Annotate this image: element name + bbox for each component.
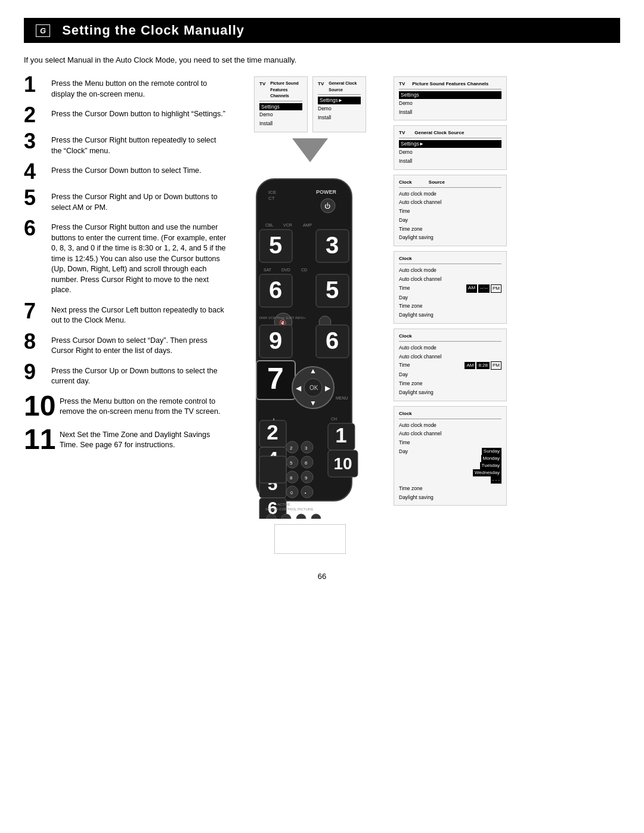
step-8: 8 Press Cursor Down to select “Day”. The… bbox=[24, 333, 227, 357]
step-6-num: 6 bbox=[24, 218, 47, 239]
screen-1-item-demo: Demo bbox=[259, 110, 302, 119]
svg-text:ACTIVE: ACTIVE bbox=[277, 503, 290, 506]
screen-7-time: Time AM 8:28 PM bbox=[399, 361, 501, 370]
step-3-num: 3 bbox=[24, 131, 47, 152]
step-3: 3 Press the Cursor Right button repeated… bbox=[24, 133, 227, 156]
svg-text:▼: ▼ bbox=[309, 399, 317, 407]
screen-6-daylight: Daylight saving bbox=[399, 311, 501, 320]
screen-7-title: Clock bbox=[399, 333, 501, 342]
svg-text:3: 3 bbox=[305, 445, 308, 451]
screen-6-timezone: Time zone bbox=[399, 302, 501, 311]
step-9: 9 Press the Cursor Up or Down buttons to… bbox=[24, 364, 227, 387]
step-6-text: Press the Cursor Right button and use th… bbox=[51, 220, 227, 296]
screen-1: TV Picture Sound Features Channels Setti… bbox=[254, 76, 308, 132]
screen-6-autoclock: Auto clock mode bbox=[399, 266, 501, 275]
step-4-num: 4 bbox=[24, 161, 47, 182]
step-11-text: Next Set the Time Zone and Daylight Savi… bbox=[60, 428, 227, 451]
svg-text:2: 2 bbox=[290, 445, 293, 451]
svg-text:7: 7 bbox=[267, 362, 284, 395]
time-dash: --:-- bbox=[478, 284, 490, 293]
svg-text:1: 1 bbox=[335, 423, 346, 447]
step-4: 4 Press the Cursor Down button to select… bbox=[24, 163, 227, 182]
svg-text:0: 0 bbox=[290, 491, 293, 495]
step-1: 1 Press the Menu button on the remote co… bbox=[24, 76, 227, 100]
screen-6-day: Day bbox=[399, 293, 501, 302]
screen-4: TVGeneral Clock Source Settings► Demo In… bbox=[394, 125, 507, 169]
step-5: 5 Press the Cursor Right and Up or Down … bbox=[24, 190, 227, 213]
svg-text:5: 5 bbox=[269, 232, 282, 258]
screen-3-install: Install bbox=[399, 108, 501, 117]
step-1-text: Press the Menu button on the remote cont… bbox=[51, 76, 227, 100]
svg-text:CD: CD bbox=[301, 268, 307, 272]
svg-text:⏻: ⏻ bbox=[324, 203, 330, 209]
screen-3-settings: Settings bbox=[399, 91, 501, 99]
day-dashes: - - - bbox=[491, 476, 501, 484]
steps-column: 1 Press the Menu button on the remote co… bbox=[24, 76, 227, 554]
step-10: 10 Press the Menu button on the remote c… bbox=[24, 394, 227, 420]
screen-8-time: Time bbox=[399, 438, 501, 447]
svg-point-75 bbox=[311, 514, 321, 519]
remote-control: ICE CT POWER ⏻ CBL VCR AMP 5 bbox=[239, 173, 382, 521]
screen-1-item-settings: Settings bbox=[259, 103, 302, 111]
screen-6-time: Time AM --:-- PM bbox=[399, 284, 501, 293]
step-8-num: 8 bbox=[24, 331, 47, 352]
step-11-num: 11 bbox=[24, 425, 55, 454]
screen-5-day: Day bbox=[399, 216, 501, 225]
screen-7-day: Day bbox=[399, 370, 501, 379]
screen-2-tabs: TV General Clock Source bbox=[318, 80, 361, 95]
step-3-text: Press the Cursor Right button repeatedly… bbox=[51, 133, 227, 156]
svg-text:POWER: POWER bbox=[316, 189, 337, 195]
screen-4-install: Install bbox=[399, 157, 501, 166]
screen-3-demo: Demo bbox=[399, 99, 501, 108]
day-wednesday: Wednesday bbox=[473, 469, 501, 476]
pm-option: PM bbox=[491, 361, 501, 370]
svg-rect-69 bbox=[259, 456, 286, 483]
svg-text:OK: OK bbox=[309, 385, 318, 391]
step-5-text: Press the Cursor Right and Up or Down bu… bbox=[51, 190, 227, 213]
step-2-num: 2 bbox=[24, 104, 47, 126]
screen-5-timezone: Time zone bbox=[399, 225, 501, 234]
screen-3-title: TVPicture Sound Features Channels bbox=[399, 80, 501, 89]
svg-text:VCR: VCR bbox=[283, 223, 292, 227]
step-10-text: Press the Menu button on the remote cont… bbox=[60, 394, 227, 417]
screen-5-autoclock: Auto clock mode bbox=[399, 190, 501, 199]
screen-5-daylight: Daylight saving bbox=[399, 233, 501, 242]
svg-point-65 bbox=[301, 486, 313, 498]
svg-text:3: 3 bbox=[326, 232, 339, 258]
screen-8-daylight: Daylight saving bbox=[399, 493, 501, 502]
step-7: 7 Next press the Cursor Left button repe… bbox=[24, 303, 227, 326]
screen-6-autoclockchan: Auto clock channel bbox=[399, 275, 501, 284]
screen-2-item-install: Install bbox=[318, 113, 361, 122]
step-6: 6 Press the Cursor Right button and use … bbox=[24, 220, 227, 296]
svg-text:DVD: DVD bbox=[281, 268, 290, 272]
svg-text:▲: ▲ bbox=[309, 367, 317, 375]
page-title: Setting the Clock Manually bbox=[62, 23, 244, 38]
svg-text:▶: ▶ bbox=[325, 384, 331, 392]
screen-7-autoclockchan: Auto clock channel bbox=[399, 352, 501, 361]
screen-7-daylight: Daylight saving bbox=[399, 388, 501, 397]
screen-7: Clock Auto clock mode Auto clock channel… bbox=[394, 329, 507, 401]
step-9-text: Press the Cursor Up or Down buttons to s… bbox=[51, 364, 227, 387]
screen-2: TV General Clock Source Settings► Demo I… bbox=[312, 76, 366, 132]
screen-2-item-demo: Demo bbox=[318, 104, 361, 113]
svg-text:◀: ◀ bbox=[296, 384, 302, 392]
svg-text:ICE: ICE bbox=[268, 190, 276, 195]
svg-text:2: 2 bbox=[267, 420, 278, 444]
svg-point-74 bbox=[296, 514, 306, 519]
time-value: 8:28 bbox=[476, 362, 490, 369]
step-5-num: 5 bbox=[24, 187, 47, 209]
intro-text: If you select Manual in the Auto Clock M… bbox=[24, 55, 620, 66]
svg-text:CBL: CBL bbox=[265, 223, 274, 227]
step-9-num: 9 bbox=[24, 361, 47, 383]
step-1-num: 1 bbox=[24, 74, 47, 95]
center-column: TV Picture Sound Features Channels Setti… bbox=[233, 76, 388, 554]
page-number: 66 bbox=[24, 572, 620, 581]
step-11: 11 Next Set the Time Zone and Daylight S… bbox=[24, 428, 227, 454]
am-badge: AM bbox=[466, 284, 477, 293]
day-monday: Monday bbox=[481, 455, 501, 462]
svg-text:AMP: AMP bbox=[303, 223, 312, 227]
screen-4-demo: Demo bbox=[399, 148, 501, 157]
screen-7-autoclock: Auto clock mode bbox=[399, 343, 501, 352]
screen-1-item-install: Install bbox=[259, 119, 302, 128]
screen-1-tabs: TV Picture Sound Features Channels bbox=[259, 80, 302, 101]
